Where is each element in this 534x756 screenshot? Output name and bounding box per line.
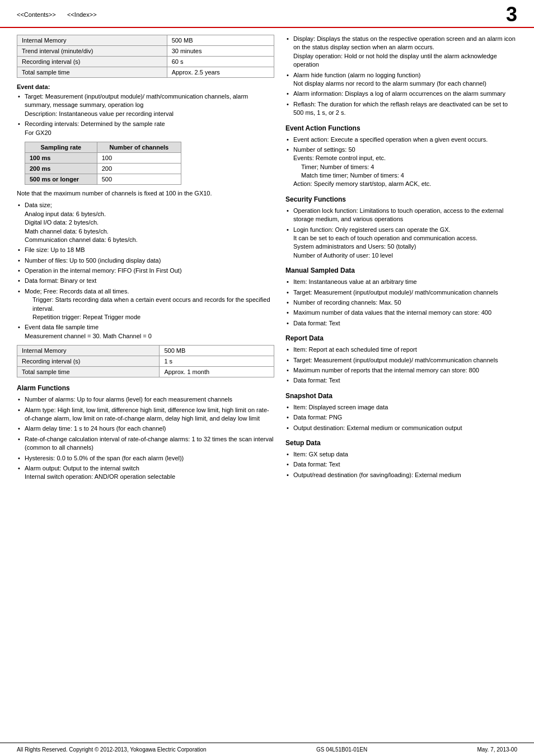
table-header: Number of channels — [97, 142, 181, 152]
table-row: Recording interval (s) 60 s — [17, 57, 274, 67]
footer-copyright: All Rights Reserved. Copyright © 2012-20… — [17, 746, 207, 753]
list-item: Data format: Binary or text — [17, 277, 274, 285]
content-area: Internal Memory 500 MB Trend interval (m… — [0, 28, 534, 486]
table-header: Sampling rate — [25, 142, 97, 152]
list-item: Data format: Text — [285, 460, 517, 469]
list-item: Operation lock function: Limitations to … — [285, 207, 517, 224]
left-column: Internal Memory 500 MB Trend interval (m… — [17, 35, 274, 486]
table-cell-value: 30 minutes — [167, 46, 274, 57]
table-row: Total sample time Approx. 1 month — [17, 367, 274, 377]
list-item: Login function: Only registered users ca… — [285, 226, 517, 260]
page-container: <<Contents>> <<Index>> 3 Internal Memory… — [0, 0, 534, 756]
table-cell: 100 — [97, 152, 181, 163]
list-item: Alarm information: Displays a log of ala… — [285, 90, 517, 98]
footer-doc-number: GS 04L51B01-01EN — [316, 746, 367, 753]
list-item: Number of settings: 50Events: Remote con… — [285, 146, 517, 189]
sampling-table: Sampling rate Number of channels 100 ms … — [25, 142, 181, 185]
footer-date: May. 7, 2013-00 — [477, 746, 517, 753]
table-cell-value: Approx. 2.5 years — [167, 67, 274, 78]
table-row: 200 ms 200 — [25, 163, 181, 174]
header-links: <<Contents>> <<Index>> — [17, 11, 97, 18]
list-item: Event data file sample timeMeasurement c… — [17, 323, 274, 340]
list-item: Event action: Execute a specified operat… — [285, 136, 517, 144]
manual-sampled-heading: Manual Sampled Data — [285, 267, 517, 274]
memory-table-1: Internal Memory 500 MB Trend interval (m… — [17, 35, 274, 78]
page-footer: All Rights Reserved. Copyright © 2012-20… — [0, 743, 534, 756]
data-size-list: Data size;Analog input data: 6 bytes/ch.… — [17, 201, 274, 340]
list-item: Item: Report at each scheduled time of r… — [285, 346, 517, 354]
list-item: Recording intervals: Determined by the s… — [17, 120, 274, 137]
index-link[interactable]: <<Index>> — [67, 11, 97, 18]
event-action-list: Event action: Execute a specified operat… — [285, 136, 517, 189]
table-cell-value: 500 MB — [160, 346, 274, 356]
list-item: Maximum number of reports that the inter… — [285, 366, 517, 375]
table-cell-value: 500 MB — [167, 35, 274, 46]
table-row: Internal Memory 500 MB — [17, 346, 274, 356]
table-cell-value: 60 s — [167, 57, 274, 67]
list-item: Number of alarms: Up to four alarms (lev… — [17, 395, 274, 404]
contents-link[interactable]: <<Contents>> — [17, 11, 56, 18]
table-row: Recording interval (s) 1 s — [17, 356, 274, 367]
setup-data-list: Item: GX setup data Data format: Text Ou… — [285, 450, 517, 479]
page-header: <<Contents>> <<Index>> 3 — [0, 0, 534, 28]
display-bullets: Display: Displays the status on the resp… — [285, 35, 517, 118]
snapshot-data-heading: Snapshot Data — [285, 392, 517, 400]
list-item: Alarm type: High limit, low limit, diffe… — [17, 406, 274, 423]
right-column: Display: Displays the status on the resp… — [285, 35, 517, 486]
list-item: File size: Up to 18 MB — [17, 246, 274, 254]
table-cell-label: Internal Memory — [17, 35, 167, 46]
list-item: Item: GX setup data — [285, 450, 517, 459]
report-data-heading: Report Data — [285, 334, 517, 342]
alarm-functions-list: Number of alarms: Up to four alarms (lev… — [17, 395, 274, 482]
table-cell: 500 — [97, 174, 181, 184]
event-data-list: Target: Measurement (input/output module… — [17, 92, 274, 137]
list-item: Reflash: The duration for which the refl… — [285, 100, 517, 118]
list-item: Target: Measurement (input/output module… — [285, 288, 517, 297]
table-cell: 100 ms — [25, 152, 97, 163]
table-cell: 500 ms or longer — [25, 174, 97, 184]
list-item: Rate-of-change calculation interval of r… — [17, 435, 274, 452]
table-row: 100 ms 100 — [25, 152, 181, 163]
table-cell-label: Total sample time — [17, 67, 167, 78]
setup-data-heading: Setup Data — [285, 439, 517, 447]
report-data-list: Item: Report at each scheduled time of r… — [285, 346, 517, 385]
list-item: Alarm delay time: 1 s to 24 hours (for e… — [17, 424, 274, 433]
table-cell-value: Approx. 1 month — [160, 367, 274, 377]
list-item: Display: Displays the status on the resp… — [285, 35, 517, 69]
list-item: Item: Displayed screen image data — [285, 403, 517, 412]
table-cell-label: Recording interval (s) — [17, 57, 167, 67]
list-item: Maximum number of data values that the i… — [285, 309, 517, 317]
table-row: Trend interval (minute/div) 30 minutes — [17, 46, 274, 57]
list-item: Data format: Text — [285, 376, 517, 385]
list-item: Number of files: Up to 500 (including di… — [17, 256, 274, 265]
table-cell-label: Internal Memory — [17, 346, 160, 356]
note-text: Note that the maximum number of channels… — [17, 189, 274, 198]
table-cell-label: Trend interval (minute/div) — [17, 46, 167, 57]
list-item: Alarm hide function (alarm no logging fu… — [285, 71, 517, 88]
memory-table-2: Internal Memory 500 MB Recording interva… — [17, 345, 274, 377]
security-heading: Security Functions — [285, 195, 517, 203]
list-item: Data size;Analog input data: 6 bytes/ch.… — [17, 201, 274, 244]
alarm-functions-heading: Alarm Functions — [17, 384, 274, 392]
list-item: Target: Measurement (input/output module… — [285, 356, 517, 365]
table-cell-value: 1 s — [160, 356, 274, 367]
event-data-heading: Event data: — [17, 83, 274, 90]
table-row: Total sample time Approx. 2.5 years — [17, 67, 274, 78]
list-item: Mode; Free: Records data at all times. T… — [17, 287, 274, 322]
security-list: Operation lock function: Limitations to … — [285, 207, 517, 260]
manual-sampled-list: Item: Instantaneous value at an arbitrar… — [285, 278, 517, 328]
list-item: Target: Measurement (input/output module… — [17, 92, 274, 118]
list-item: Item: Instantaneous value at an arbitrar… — [285, 278, 517, 286]
event-action-heading: Event Action Functions — [285, 124, 517, 132]
snapshot-data-list: Item: Displayed screen image data Data f… — [285, 403, 517, 432]
list-item: Output destination: External medium or c… — [285, 424, 517, 432]
page-number: 3 — [506, 4, 517, 25]
list-item: Number of recording channels: Max. 50 — [285, 298, 517, 307]
table-row: 500 ms or longer 500 — [25, 174, 181, 184]
table-row: Internal Memory 500 MB — [17, 35, 274, 46]
list-item: Alarm output: Output to the internal swi… — [17, 464, 274, 482]
list-item: Data format: Text — [285, 319, 517, 328]
table-cell-label: Total sample time — [17, 367, 160, 377]
table-cell: 200 ms — [25, 163, 97, 174]
list-item: Hysteresis: 0.0 to 5.0% of the span (for… — [17, 454, 274, 463]
